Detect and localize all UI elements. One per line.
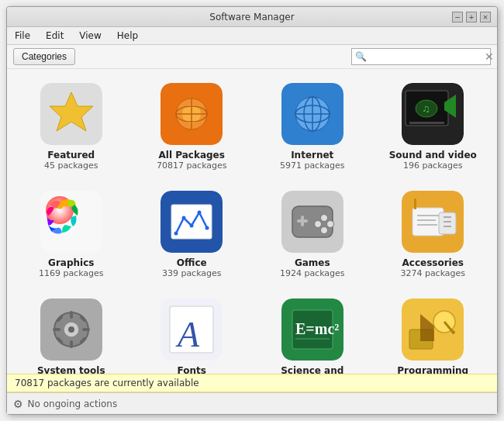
category-name-systemtools: System tools [37,365,105,374]
svg-point-25 [182,216,186,220]
svg-point-34 [320,227,327,234]
svg-point-27 [198,211,202,215]
category-count-allpackages: 70817 packages [157,160,227,171]
category-name-science: Science and Education [259,365,366,374]
category-item-games[interactable]: Games 1924 packages [256,185,369,285]
category-count-featured: 45 packages [44,160,98,171]
window-title: Software Manager [52,12,452,22]
svg-text:A: A [175,315,200,354]
search-input[interactable] [368,51,485,62]
svg-point-28 [205,226,209,230]
category-name-programming: Programming [397,365,468,374]
menu-edit[interactable]: Edit [41,29,68,43]
svg-line-71 [452,331,454,333]
category-count-games: 1924 packages [280,268,345,278]
category-name-graphics: Graphics [48,257,94,268]
category-item-fonts[interactable]: A Fonts 301 packages [136,292,249,374]
search-icon: 🔍 [355,51,367,62]
category-item-programming[interactable]: Programming 4461 packages [377,292,490,374]
svg-point-31 [320,215,327,222]
category-name-featured: Featured [47,150,95,160]
svg-rect-52 [70,340,73,348]
category-count-internet: 5971 packages [280,160,345,171]
svg-rect-36 [301,216,304,226]
category-count-accessories: 3274 packages [400,268,465,278]
category-item-science[interactable]: E=mc² Science and Education 2399 package… [256,292,369,374]
programming-icon [402,298,464,361]
svg-text:♫: ♫ [422,103,430,115]
category-name-allpackages: All Packages [159,150,225,160]
ongoing-actions-text: No ongoing actions [28,399,118,409]
category-count-graphics: 1169 packages [39,268,104,278]
menu-file[interactable]: File [10,29,35,43]
category-item-soundvideo[interactable]: ♫ Sound and video 196 packages [377,77,490,177]
menu-help[interactable]: Help [112,29,143,43]
status-info-bar: 70817 packages are currently available [7,374,497,392]
svg-rect-53 [53,328,60,331]
svg-point-33 [314,221,321,228]
main-window: Software Manager − + × File Edit View He… [6,6,498,415]
svg-rect-42 [439,212,456,234]
category-item-office[interactable]: Office 339 packages [136,185,249,285]
category-item-systemtools[interactable]: System tools 2089 packages [15,292,128,374]
allpackages-icon [161,83,223,145]
office-icon [161,191,223,253]
category-item-accessories[interactable]: Accessories 3274 packages [377,185,490,285]
internet-icon [281,83,343,145]
categories-button[interactable]: Categories [13,48,75,65]
minimize-button[interactable]: − [452,12,463,22]
menu-view[interactable]: View [74,29,105,43]
status-info-text: 70817 packages are currently available [15,378,199,388]
category-count-soundvideo: 196 packages [403,160,463,171]
toolbar: Categories 🔍 ✕ [7,45,497,69]
content-area: Featured 45 packages All Packages 70817 … [7,69,497,374]
category-item-featured[interactable]: Featured 45 packages [15,77,128,177]
soundvideo-icon: ♫ [402,83,464,145]
category-name-office: Office [177,257,207,268]
category-name-internet: Internet [291,150,333,160]
menubar: File Edit View Help [7,27,497,45]
maximize-button[interactable]: + [466,12,477,22]
search-box: 🔍 ✕ [351,48,491,65]
fonts-icon: A [161,298,223,361]
gear-icon: ⚙ [13,398,23,410]
systemtools-icon [40,298,102,361]
svg-point-50 [68,326,74,333]
svg-point-24 [174,232,178,236]
svg-rect-54 [82,328,90,331]
svg-point-32 [326,221,333,228]
category-item-allpackages[interactable]: All Packages 70817 packages [136,77,249,177]
svg-rect-17 [409,122,444,124]
category-item-internet[interactable]: Internet 5971 packages [256,77,369,177]
categories-grid: Featured 45 packages All Packages 70817 … [15,77,489,374]
category-name-soundvideo: Sound and video [389,150,477,160]
window-controls: − + × [452,12,491,22]
category-item-graphics[interactable]: Graphics 1169 packages [15,185,128,285]
games-icon [281,191,343,253]
svg-text:E=mc²: E=mc² [295,320,339,337]
titlebar: Software Manager − + × [7,7,497,27]
category-name-games: Games [295,257,330,268]
category-name-fonts: Fonts [178,365,206,374]
close-button[interactable]: × [480,12,491,22]
accessories-icon [402,191,464,253]
featured-icon [40,83,102,145]
svg-rect-46 [414,198,416,209]
search-clear-icon[interactable]: ✕ [485,50,494,63]
category-name-accessories: Accessories [402,257,464,268]
category-count-office: 339 packages [162,268,222,278]
svg-rect-51 [70,311,73,319]
statusbar-bottom: ⚙ No ongoing actions [7,392,497,414]
science-icon: E=mc² [281,298,343,361]
svg-point-26 [190,224,194,228]
graphics-icon [40,191,102,253]
